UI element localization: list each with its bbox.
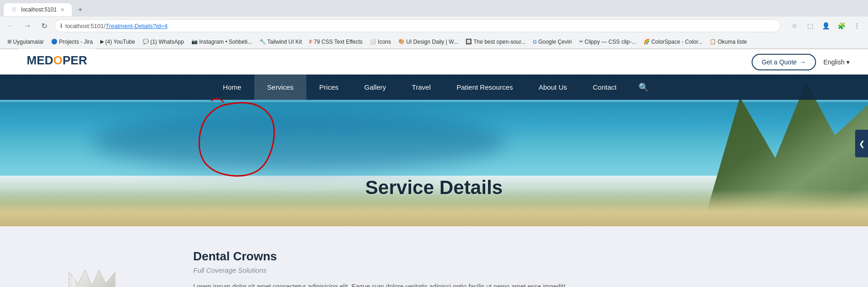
browser-profile-icon[interactable]: 👤	[819, 19, 832, 32]
nav-prices-label: Prices	[319, 83, 339, 91]
url-query: ?id=4	[153, 23, 167, 29]
nav-gallery[interactable]: Gallery	[351, 75, 399, 100]
nav-contact-label: Contact	[593, 83, 617, 91]
tab-bar: 🦷 localhost:5101 ✕ +	[0, 0, 868, 17]
back-button[interactable]: ←	[5, 19, 17, 32]
reload-button[interactable]: ↻	[38, 19, 51, 32]
nav-services-label: Services	[267, 83, 294, 91]
language-label: English	[823, 58, 845, 66]
nav-gallery-label: Gallery	[364, 83, 386, 91]
nav-travel[interactable]: Travel	[399, 75, 443, 100]
bookmark-translate-label: Google Çeviri	[538, 39, 572, 45]
nav-about-us-label: About Us	[539, 83, 567, 91]
bookmark-css-effects[interactable]: F 79 CSS Text Effects	[306, 38, 365, 46]
bookmark-icons-label: Icons	[378, 39, 391, 45]
clippy-icon: ✂	[579, 39, 583, 45]
nav-travel-label: Travel	[412, 83, 431, 91]
bookmark-whatsapp-label: (1) WhatsApp	[150, 39, 184, 45]
bookmark-star-icon[interactable]: ☆	[788, 19, 801, 32]
active-tab[interactable]: 🦷 localhost:5101 ✕	[4, 3, 72, 16]
instagram-icon: 📷	[191, 39, 198, 45]
lock-icon: ℹ	[60, 23, 63, 29]
nav-prices[interactable]: Prices	[306, 75, 351, 100]
bookmark-youtube-label: (4) YouTube	[105, 39, 135, 45]
tab-close-icon[interactable]: ✕	[60, 7, 64, 13]
opensource-icon: 🔲	[466, 39, 472, 45]
new-tab-button[interactable]: +	[74, 3, 86, 16]
bookmark-css-label: 79 CSS Text Effects	[314, 39, 362, 45]
browser-action-icons: ☆ ⬚ 👤 🧩 ⋮	[788, 19, 863, 32]
reading-icon: 📋	[710, 39, 716, 45]
extension-puzzle-icon[interactable]: 🧩	[835, 19, 848, 32]
bookmarks-bar: ⊞ Uygulamalar 🔵 Projects - Jira ▶ (4) Yo…	[0, 35, 868, 49]
logo[interactable]: MEDOPER	[18, 49, 95, 72]
bookmark-clippy-label: Clippy — CSS clip-...	[585, 39, 636, 45]
bookmark-icons[interactable]: ⬜ Icons	[367, 38, 394, 46]
forward-button[interactable]: →	[21, 19, 34, 32]
logo-o: O	[53, 53, 63, 68]
youtube-icon: ▶	[100, 39, 104, 45]
chevron-down-icon: ▾	[846, 58, 850, 66]
google-translate-icon: G	[533, 39, 537, 45]
bookmark-tailwind[interactable]: 🔧 Tailwind UI Kit	[257, 38, 305, 46]
bookmark-reading-label: Okuma liste	[718, 39, 747, 45]
get-quote-label: Get a Quote	[762, 58, 797, 66]
bookmark-colorspace-label: ColorSpace - Color...	[651, 39, 702, 45]
nav-search-button[interactable]: 🔍	[629, 75, 658, 100]
nav-patient-resources[interactable]: Patient Resources	[443, 75, 526, 100]
bookmark-opensource[interactable]: 🔲 The best open-sour...	[463, 38, 528, 46]
tailwind-icon: 🔧	[259, 39, 266, 45]
hero-title-container: Service Details	[0, 177, 868, 199]
colorspace-icon: 🌈	[644, 39, 650, 45]
bookmark-tailwind-label: Tailwind UI Kit	[267, 39, 302, 45]
bookmark-whatsapp[interactable]: 💬 (1) WhatsApp	[140, 38, 187, 46]
icons-icon: ⬜	[370, 39, 376, 45]
screen-capture-icon[interactable]: ⬚	[804, 19, 816, 32]
bookmark-uidesign-label: UI Design Daily | W...	[406, 39, 458, 45]
search-icon: 🔍	[638, 82, 649, 92]
website: MEDOPER Get a Quote → English ▾	[0, 49, 868, 287]
bookmark-jira-label: Projects - Jira	[59, 39, 92, 45]
bookmark-opensource-label: The best open-sour...	[473, 39, 525, 45]
bookmark-jira[interactable]: 🔵 Projects - Jira	[48, 38, 95, 46]
bookmark-instagram[interactable]: 📷 Instagram • Sohbeti...	[189, 38, 255, 46]
nav-items-container: Home Services Prices Gallery Travel Pati…	[0, 75, 868, 100]
nav-home[interactable]: Home	[210, 75, 254, 100]
service-title: Dental Crowns	[193, 249, 850, 264]
navigation-bar: Home Services Prices Gallery Travel Pati…	[0, 75, 868, 100]
service-subtitle: Full Coverage Solutions	[193, 266, 850, 274]
service-image-area	[0, 240, 184, 287]
service-content: Dental Crowns Full Coverage Solutions Lo…	[184, 240, 868, 287]
logo-per: PER	[63, 53, 87, 68]
address-bar[interactable]: ℹ localhost:5101/Treatment-Details?id=4	[54, 19, 781, 32]
browser-chrome: 🦷 localhost:5101 ✕ + ← → ↻ ℹ localhost:5…	[0, 0, 868, 49]
bookmark-colorspace[interactable]: 🌈 ColorSpace - Color...	[641, 38, 705, 46]
bookmark-apps[interactable]: ⊞ Uygulamalar	[5, 38, 46, 46]
bookmark-apps-label: Uygulamalar	[13, 39, 44, 45]
sidebar-toggle-button[interactable]: ❮	[855, 130, 868, 157]
nav-patient-resources-label: Patient Resources	[456, 83, 513, 91]
bookmark-clippy[interactable]: ✂ Clippy — CSS clip-...	[576, 38, 639, 46]
controls-bar: ← → ↻ ℹ localhost:5101/Treatment-Details…	[0, 17, 868, 35]
content-section: Dental Crowns Full Coverage Solutions Lo…	[0, 226, 868, 287]
top-bar: MEDOPER Get a Quote → English ▾	[0, 49, 868, 75]
page-title: Service Details	[0, 177, 868, 199]
whatsapp-icon: 💬	[143, 39, 149, 45]
bookmark-uidesign[interactable]: 🎨 UI Design Daily | W...	[396, 38, 461, 46]
uidesign-icon: 🎨	[398, 39, 405, 45]
bookmark-reading-list[interactable]: 📋 Okuma liste	[707, 38, 749, 46]
css-icon: F	[309, 39, 312, 45]
bookmark-youtube[interactable]: ▶ (4) YouTube	[98, 38, 138, 46]
nav-contact[interactable]: Contact	[580, 75, 630, 100]
service-description: Lorem ipsum dolor sit amet consectetur a…	[193, 281, 850, 287]
language-selector[interactable]: English ▾	[823, 58, 850, 66]
bookmark-google-translate[interactable]: G Google Çeviri	[530, 38, 575, 46]
nav-services[interactable]: Services	[254, 75, 307, 100]
more-options-icon[interactable]: ⋮	[851, 19, 863, 32]
apps-grid-icon: ⊞	[7, 39, 11, 45]
nav-home-label: Home	[223, 83, 241, 91]
get-quote-button[interactable]: Get a Quote →	[752, 54, 816, 70]
deep-water	[92, 111, 506, 171]
jira-icon: 🔵	[51, 39, 57, 45]
nav-about-us[interactable]: About Us	[526, 75, 580, 100]
